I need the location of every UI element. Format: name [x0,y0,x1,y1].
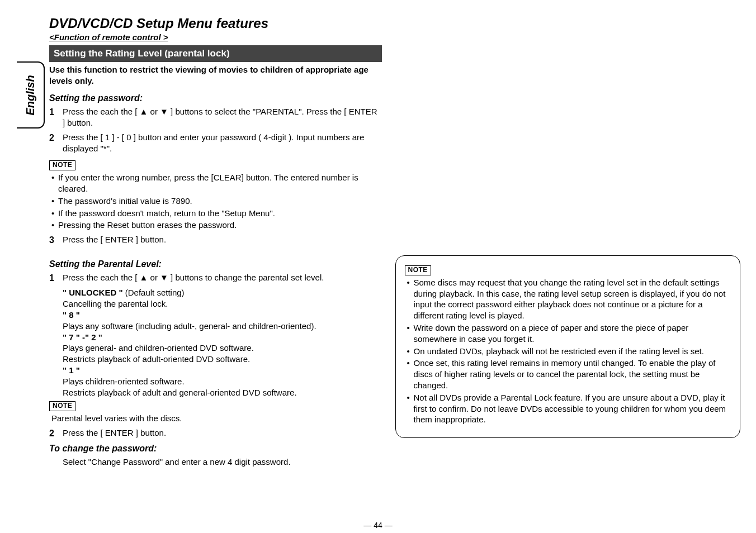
level-1-desc1: Plays children-oriented software. [63,377,185,386]
step-number: 1 [49,272,63,284]
left-column: Setting the Rating Level (parental lock)… [49,45,382,468]
language-tab-label: English [24,75,37,115]
parental-step-1: 1 Press the each the [ ▲ or ▼ ] buttons … [49,272,382,284]
list-item: The password's initial value is 7890. [51,196,382,207]
step-number: 3 [49,234,63,246]
level-unlocked-default: (Default setting) [125,288,185,297]
level-1-desc2: Restricts playback of adult and general-… [63,388,297,397]
section-heading: Setting the Rating Level (parental lock) [49,45,382,62]
level-7-2-desc2: Restricts playback of adult-oriented DVD… [63,354,250,364]
change-password-body: Select "Change Password" and enter a new… [63,456,382,468]
step-number: 2 [49,132,63,154]
list-item: If the password doesn't match, return to… [51,208,382,219]
level-7-2-label: " 7 " -" 2 " [63,332,102,342]
page-subtitle: <Function of remote control > [49,32,740,42]
step-body: Press the each the [ ▲ or ▼ ] buttons to… [63,272,382,284]
level-1-label: " 1 " [63,365,80,375]
list-item: Write down the password on a piece of pa… [407,322,731,345]
right-column: NOTE Some discs may request that you cha… [395,45,740,468]
list-item: On undated DVDs, playback will not be re… [407,346,731,357]
password-notes: If you enter the wrong number, press the… [51,172,382,231]
note-label: NOTE [405,265,431,275]
password-step-2: 2 Press the [ 1 ] - [ 0 ] button and ent… [49,132,382,154]
section-intro: Use this function to restrict the viewin… [49,64,382,87]
level-7-2-desc1: Plays general- and children-oriented DVD… [63,343,254,353]
setting-password-heading: Setting the password: [49,92,382,104]
step-number: 2 [49,427,63,439]
step-intro: Press the each the [ ▲ or ▼ ] buttons to… [63,273,324,282]
parental-step-2: 2 Press the [ ENTER ] button. [49,427,382,439]
parental-note-text: Parental level varies with the discs. [51,413,382,424]
step-body: Press the [ ENTER ] button. [63,234,382,246]
parental-level-heading: Setting the Parental Level: [49,258,382,270]
level-8-label: " 8 " [63,310,80,320]
password-step-3: 3 Press the [ ENTER ] button. [49,234,382,246]
page-title: DVD/VCD/CD Setup Menu features [49,16,740,31]
level-block: " UNLOCKED " (Default setting) Cancellin… [63,287,382,398]
note-label: NOTE [49,401,75,411]
language-tab: English [17,61,45,129]
note-card: NOTE Some discs may request that you cha… [395,255,740,438]
list-item: Pressing the Reset button erases the pas… [51,220,382,231]
step-body: Press the each the [ ▲ or ▼ ] buttons to… [63,106,382,129]
right-notes: Some discs may request that you change t… [407,277,731,425]
list-item: If you enter the wrong number, press the… [51,172,382,194]
level-unlocked-desc: Cancelling the parental lock. [63,299,168,308]
level-8-desc: Plays any software (including adult-, ge… [63,321,316,331]
note-label: NOTE [49,160,75,170]
password-step-1: 1 Press the each the [ ▲ or ▼ ] buttons … [49,106,382,129]
step-number: 1 [49,106,63,129]
list-item: Not all DVDs provide a Parental Lock fea… [407,392,731,425]
page-number: — 44 — [0,521,756,530]
list-item: Some discs may request that you change t… [407,277,731,321]
level-unlocked-label: " UNLOCKED " [63,288,125,297]
step-body: Press the [ ENTER ] button. [63,427,382,439]
change-password-heading: To change the password: [49,442,382,454]
step-body: Press the [ 1 ] - [ 0 ] button and enter… [63,132,382,154]
list-item: Once set, this rating level remains in m… [407,358,731,391]
